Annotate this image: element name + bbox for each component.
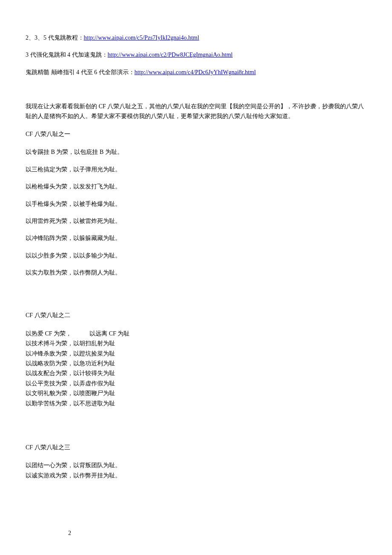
section-2-line: 以文明礼貌为荣，以喷图鞭尸为耻 [26,389,366,398]
link-2-prefix: 3 代强化鬼跳和 4 代加速鬼跳： [26,52,108,58]
section-1-line: 以以少胜多为荣，以以多输少为耻。 [26,251,366,260]
section-2-line: 以冲锋杀敌为荣，以蹬坑捡菜为耻 [26,349,366,358]
section-2-line: 以公平竞技为荣，以弄虚作假为耻 [26,379,366,388]
section-2-line: 以战友配合为荣，以计较得失为耻 [26,369,366,378]
intro-paragraph: 我现在让大家看看我新创的 CF 八荣八耻之五，其他的八荣八耻在我的空间里【我的空… [26,102,366,121]
section-1-line: 以用雷炸死为荣，以被雷炸死为耻。 [26,217,366,226]
section-2-title: CF 八荣八耻之二 [26,311,366,320]
tutorial-link-3: 鬼跳精髓 颠峰指引 4 代至 6 代全部演示：http://www.aipai.… [26,68,366,77]
section-1-line: 以专踢挂 B 为荣，以包庇挂 B 为耻。 [26,147,366,157]
section-1-line: 以手枪爆头为荣，以被手枪爆为耻。 [26,199,366,209]
section-2-line: 以技术搏斗为荣，以胡扫乱射为耻 [26,339,366,348]
tutorial-link-1: 2、3、5 代鬼跳教程：http://www.aipai.com/c5/Pzs7… [26,33,366,43]
page-number: 2 [68,529,71,538]
tutorial-link-2: 3 代强化鬼跳和 4 代加速鬼跳：http://www.aipai.com/c2… [26,50,366,60]
section-1-line: 以冲锋陷阵为荣，以躲躲藏藏为耻。 [26,234,366,243]
section-1-line: 以实力取胜为荣，以作弊阴人为耻。 [26,268,366,278]
link-3-url[interactable]: http://www.aipai.com/c4/PDc6JyYhIWgnai8r… [135,69,256,75]
section-2-line: 以勤学苦练为荣，以不思进取为耻 [26,399,366,408]
link-1-prefix: 2、3、5 代鬼跳教程： [26,35,84,41]
section-2-line: 以热爱 CF 为荣， 以远离 CF 为耻 [26,329,366,338]
section-1-title: CF 八荣八耻之一 [26,130,366,139]
link-1-url[interactable]: http://www.aipai.com/c5/Pzs7IyIkI2gnai4o… [84,35,199,41]
section-1-line: 以枪枪爆头为荣，以发发打飞为耻。 [26,182,366,191]
link-3-prefix: 鬼跳精髓 颠峰指引 4 代至 6 代全部演示： [26,69,135,75]
section-3-title: CF 八荣八耻之三 [26,443,366,452]
section-3-line: 以诚实游戏为荣，以作弊开挂为耻。 [26,471,366,480]
link-2-url[interactable]: http://www.aipai.com/c2/PDw8JCEgImgnaiAo… [108,52,233,58]
section-3-line: 以团结一心为荣，以背叛团队为耻。 [26,461,366,470]
section-1-line: 以三枪搞定为荣，以子弹用光为耻。 [26,165,366,174]
section-2-line: 以战略攻防为荣，以急功近利为耻 [26,359,366,368]
